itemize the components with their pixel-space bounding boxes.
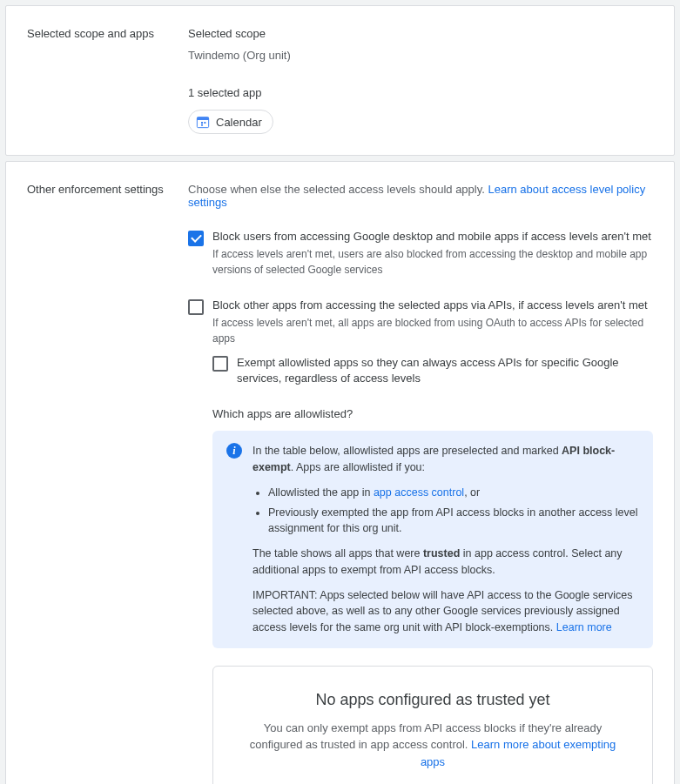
opt1-sub: If access levels aren't met, users are a…	[212, 246, 653, 278]
option-block-desktop-mobile: Block users from accessing Google deskto…	[188, 230, 653, 278]
selected-app-count: 1 selected app	[188, 86, 653, 99]
checkbox-block-desktop[interactable]	[188, 231, 204, 246]
option-exempt-allowlisted: Exempt allowlisted apps so they can alwa…	[212, 355, 653, 390]
exempt-title: Exempt allowlisted apps so they can alwa…	[237, 355, 653, 386]
enforcement-desc: Choose when else the selected access lev…	[188, 183, 653, 209]
option-block-api: Block other apps from accessing the sele…	[188, 298, 653, 346]
empty-title: No apps configured as trusted yet	[248, 691, 617, 709]
no-trusted-apps-panel: No apps configured as trusted yet You ca…	[212, 666, 653, 784]
selected-scope-value: Twindemo (Org unit)	[188, 49, 653, 62]
info-list: Allowlisted the app in app access contro…	[268, 485, 639, 537]
checkbox-block-api[interactable]	[188, 299, 204, 315]
which-allowlisted-heading: Which apps are allowlisted?	[212, 407, 653, 420]
checkbox-exempt[interactable]	[212, 356, 228, 372]
exempt-section: Exempt allowlisted apps so they can alwa…	[212, 355, 653, 784]
learn-more-exempt-link[interactable]: Learn more	[556, 621, 612, 633]
opt1-title: Block users from accessing Google deskto…	[212, 230, 653, 243]
scope-section-title: Selected scope and apps	[27, 27, 188, 134]
calendar-icon	[196, 115, 210, 129]
info-icon: i	[226, 443, 242, 459]
selected-scope-label: Selected scope	[188, 27, 653, 40]
svg-rect-3	[204, 122, 205, 124]
svg-rect-1	[197, 117, 208, 120]
info-p3: IMPORTANT: Apps selected below will have…	[252, 587, 639, 636]
enforcement-section-title: Other enforcement settings	[27, 183, 188, 784]
app-chip-label: Calendar	[216, 116, 262, 129]
allowlist-info-panel: i In the table below, allowlisted apps a…	[212, 431, 653, 648]
app-chip-calendar[interactable]: Calendar	[188, 110, 273, 134]
enforcement-card: Other enforcement settings Choose when e…	[5, 161, 675, 784]
opt2-title: Block other apps from accessing the sele…	[212, 298, 653, 312]
info-p2: The table shows all apps that were trust…	[252, 546, 639, 579]
scope-card: Selected scope and apps Selected scope T…	[5, 5, 675, 156]
info-li2: Previously exempted the app from API acc…	[268, 505, 639, 538]
enforcement-desc-text: Choose when else the selected access lev…	[188, 183, 488, 196]
info-li1: Allowlisted the app in app access contro…	[268, 485, 639, 501]
app-access-control-link[interactable]: app access control	[374, 486, 464, 499]
empty-sub: You can only exempt apps from API access…	[248, 720, 617, 771]
info-p1: In the table below, allowlisted apps are…	[252, 443, 639, 476]
svg-rect-2	[201, 122, 203, 124]
svg-rect-4	[201, 124, 203, 126]
opt2-sub: If access levels aren't met, all apps ar…	[212, 315, 653, 346]
